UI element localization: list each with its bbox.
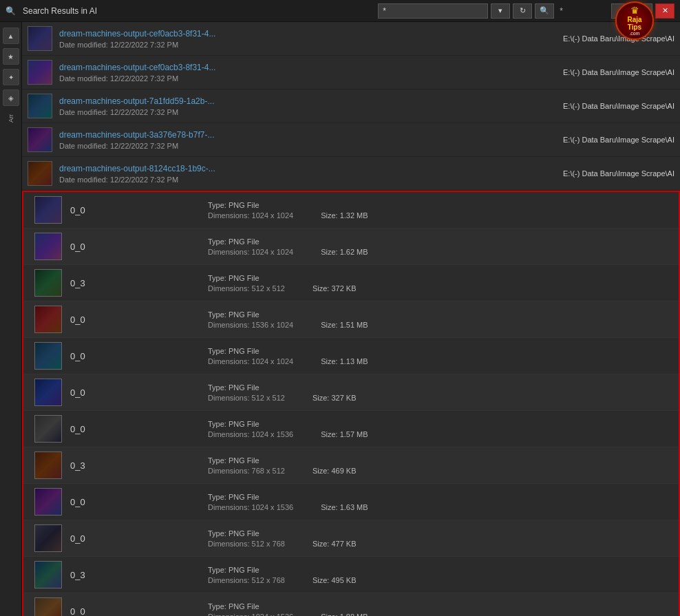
- close-btn[interactable]: ✕: [655, 3, 674, 19]
- file-path: E:\(-) Data Baru\Image Scrape\AI: [563, 169, 674, 178]
- window-title: Search Results in AI: [20, 6, 378, 16]
- item-type: Type: PNG File: [208, 456, 259, 465]
- table-row[interactable]: 0_0 Type: PNG File Dimensions: 1024 x 15…: [23, 593, 679, 616]
- file-info: dream-machines-output-cef0acb3-8f31-4...…: [59, 29, 549, 49]
- search-input[interactable]: [378, 3, 488, 19]
- file-thumbnail: [28, 26, 52, 51]
- item-type: Type: PNG File: [208, 420, 259, 428]
- list-item[interactable]: dream-machines-output-3a376e78-b7f7-... …: [22, 123, 680, 157]
- item-size: Size: 1.13 MB: [321, 357, 368, 365]
- item-name: 0_0: [70, 315, 208, 325]
- item-name: 0_0: [70, 205, 208, 215]
- item-meta: Type: PNG File Dimensions: 1024 x 1024 S…: [208, 201, 673, 220]
- selected-section: 0_0 Type: PNG File Dimensions: 1024 x 10…: [22, 191, 680, 616]
- item-meta: Type: PNG File Dimensions: 512 x 768 Siz…: [208, 529, 673, 548]
- file-date: Date modified: 12/22/2022 7:32 PM: [59, 41, 549, 49]
- file-info: dream-machines-output-8124cc18-1b9c-... …: [59, 164, 549, 184]
- table-row[interactable]: 0_0 Type: PNG File Dimensions: 1024 x 10…: [23, 192, 679, 229]
- logo-text3: .com: [629, 31, 639, 36]
- dropdown-btn[interactable]: ▾: [491, 3, 510, 19]
- table-row[interactable]: 0_0 Type: PNG File Dimensions: 1024 x 15…: [23, 484, 679, 520]
- list-item[interactable]: dream-machines-output-cef0acb3-8f31-4...…: [22, 22, 680, 56]
- item-thumbnail: [34, 379, 62, 406]
- item-type: Type: PNG File: [208, 602, 259, 610]
- logo-text2: Tips: [628, 23, 641, 31]
- file-path: E:\(-) Data Baru\Image Scrape\AI: [563, 34, 674, 43]
- item-meta: Type: PNG File Dimensions: 512 x 512 Siz…: [208, 383, 673, 402]
- item-size: Size: 469 KB: [312, 467, 357, 475]
- file-info: dream-machines-output-3a376e78-b7f7-... …: [59, 130, 549, 150]
- item-thumbnail: [34, 488, 62, 516]
- table-row[interactable]: 0_0 Type: PNG File Dimensions: 512 x 512…: [23, 374, 679, 411]
- file-thumbnail: [28, 127, 52, 152]
- file-name: dream-machines-output-cef0acb3-8f31-4...: [59, 63, 549, 72]
- item-meta: Type: PNG File Dimensions: 1024 x 1536 S…: [208, 420, 673, 438]
- table-row[interactable]: 0_3 Type: PNG File Dimensions: 768 x 512…: [23, 447, 679, 484]
- item-name: 0_3: [70, 460, 208, 471]
- item-dims: Dimensions: 768 x 512: [208, 467, 285, 475]
- file-thumbnail: [28, 94, 52, 118]
- sidebar-icon-4[interactable]: ◈: [3, 89, 19, 106]
- item-name: 0_0: [70, 351, 208, 361]
- item-type: Type: PNG File: [208, 347, 259, 355]
- item-size: Size: 327 KB: [312, 394, 357, 402]
- table-row[interactable]: 0_3 Type: PNG File Dimensions: 512 x 768…: [23, 557, 679, 593]
- sidebar-icon-2[interactable]: ★: [3, 48, 19, 65]
- file-list[interactable]: dream-machines-output-cef0acb3-8f31-4...…: [22, 22, 680, 616]
- list-item[interactable]: dream-machines-output-cef0acb3-8f31-4...…: [22, 56, 680, 89]
- item-dims: Dimensions: 1536 x 1024: [208, 321, 293, 329]
- item-dims: Dimensions: 512 x 768: [208, 576, 285, 584]
- item-dims: Dimensions: 512 x 768: [208, 540, 285, 548]
- list-item[interactable]: dream-machines-output-7a1fdd59-1a2b-... …: [22, 89, 680, 123]
- item-name: 0_0: [70, 242, 208, 252]
- item-type: Type: PNG File: [208, 310, 259, 319]
- item-size: Size: 1.57 MB: [321, 430, 368, 438]
- item-thumbnail: [34, 196, 62, 224]
- main-layout: ▲ ★ ✦ ◈ Arr dream-machines-output-cef0ac…: [0, 22, 680, 616]
- item-type: Type: PNG File: [208, 201, 259, 209]
- refresh-btn[interactable]: ↻: [513, 3, 532, 19]
- window-icon: 🔍: [6, 6, 16, 16]
- table-row[interactable]: 0_0 Type: PNG File Dimensions: 1024 x 10…: [23, 338, 679, 374]
- item-size: Size: 372 KB: [312, 284, 357, 293]
- item-size: Size: 1.51 MB: [321, 321, 368, 329]
- file-name: dream-machines-output-3a376e78-b7f7-...: [59, 130, 549, 140]
- file-info: dream-machines-output-cef0acb3-8f31-4...…: [59, 63, 549, 83]
- file-date: Date modified: 12/22/2022 7:32 PM: [59, 142, 549, 150]
- table-row[interactable]: 0_0 Type: PNG File Dimensions: 1536 x 10…: [23, 301, 679, 338]
- table-row[interactable]: 0_0 Type: PNG File Dimensions: 1024 x 15…: [23, 411, 679, 447]
- item-type: Type: PNG File: [208, 493, 259, 501]
- item-dims: Dimensions: 1024 x 1536: [208, 503, 293, 511]
- item-size: Size: 1.62 MB: [321, 248, 368, 256]
- item-name: 0_0: [70, 497, 208, 507]
- item-thumbnail: [34, 561, 62, 588]
- file-name: dream-machines-output-7a1fdd59-1a2b-...: [59, 96, 549, 106]
- item-meta: Type: PNG File Dimensions: 1024 x 1024 S…: [208, 237, 673, 256]
- item-dims: Dimensions: 512 x 512: [208, 394, 285, 402]
- item-size: Size: 495 KB: [312, 576, 357, 584]
- item-dims: Dimensions: 1024 x 1024: [208, 357, 293, 365]
- sidebar-icon-3[interactable]: ✦: [3, 69, 19, 85]
- table-row[interactable]: 0_0 Type: PNG File Dimensions: 512 x 768…: [23, 520, 679, 557]
- item-type: Type: PNG File: [208, 566, 259, 574]
- item-size: Size: 1.32 MB: [321, 211, 368, 220]
- title-bar: 🔍 Search Results in AI ▾ ↻ 🔍 * ♛ Raja Ti…: [0, 0, 680, 22]
- item-dims: Dimensions: 1024 x 1024: [208, 211, 293, 220]
- search-btn[interactable]: 🔍: [535, 3, 554, 19]
- item-thumbnail: [34, 233, 62, 260]
- file-thumbnail: [28, 60, 52, 85]
- item-meta: Type: PNG File Dimensions: 512 x 512 Siz…: [208, 274, 673, 293]
- item-name: 0_3: [70, 570, 208, 580]
- file-date: Date modified: 12/22/2022 7:32 PM: [59, 176, 549, 184]
- item-meta: Type: PNG File Dimensions: 1536 x 1024 S…: [208, 310, 673, 329]
- item-name: 0_0: [70, 424, 208, 434]
- list-item[interactable]: dream-machines-output-8124cc18-1b9c-... …: [22, 157, 680, 191]
- sidebar-icon-1[interactable]: ▲: [3, 28, 19, 44]
- item-thumbnail: [34, 597, 62, 616]
- sidebar-arr-label[interactable]: Arr: [8, 114, 14, 123]
- table-row[interactable]: 0_0 Type: PNG File Dimensions: 1024 x 10…: [23, 229, 679, 265]
- item-size: Size: 1.88 MB: [321, 613, 368, 617]
- table-row[interactable]: 0_3 Type: PNG File Dimensions: 512 x 512…: [23, 265, 679, 301]
- item-meta: Type: PNG File Dimensions: 1024 x 1536 S…: [208, 602, 673, 617]
- item-dims: Dimensions: 1024 x 1536: [208, 613, 293, 617]
